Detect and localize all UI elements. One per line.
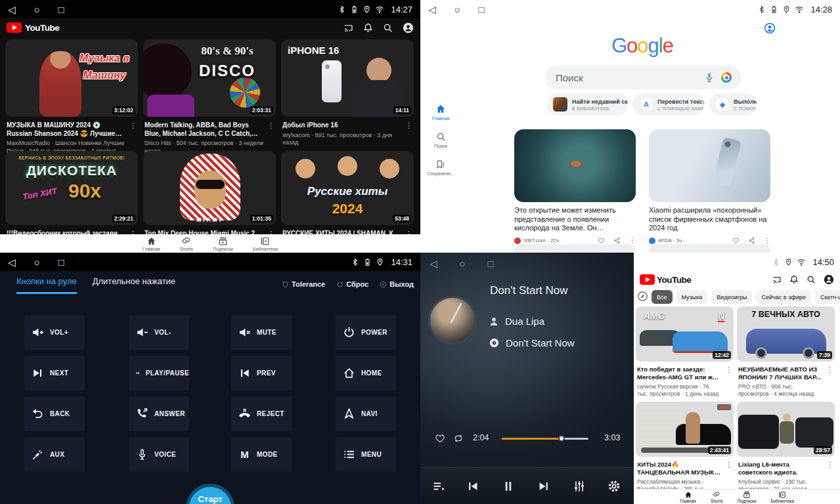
news-image[interactable] <box>514 129 636 202</box>
video-card[interactable]: Русские хиты 2024 53:48 РУССКИЕ ХИТЫ 202… <box>281 151 414 238</box>
nav-tab-home[interactable]: Главная <box>680 491 696 503</box>
tab-wheel-keys[interactable]: Кнопки на руле <box>16 276 77 294</box>
chip-live[interactable]: Сейчас в эфире <box>756 290 811 304</box>
next-icon[interactable] <box>537 480 550 493</box>
video-card[interactable]: 28:57 Lixiang L6-мечта советского идиота… <box>737 402 835 493</box>
video-thumbnail[interactable]: MIAMI 1:01:35 <box>143 151 276 225</box>
video-card[interactable]: ВЕРНИСЬ В ЭПОХУ БЕЗЗАБОТНЫХ РИТМОВ! ДИСК… <box>5 151 138 238</box>
android-back-button[interactable]: ◁ <box>430 258 437 270</box>
android-home-button[interactable]: ○ <box>460 258 466 270</box>
key-button-mute[interactable]: MUTE <box>231 315 292 350</box>
video-thumbnail[interactable]: iPHONE 16 14:11 <box>281 39 414 117</box>
nav-tab-shorts[interactable]: Shorts <box>711 491 723 503</box>
video-title[interactable]: ХИТЫ 2024🔥 ТАНЦЕВАЛЬНАЯ МУЗЫКА🔥 СБОРНИК … <box>637 461 721 476</box>
key-button-answer[interactable]: ANSWER <box>129 396 189 431</box>
android-back-button[interactable]: ◁ <box>8 5 16 14</box>
exit-button[interactable]: Выход <box>380 280 414 288</box>
key-button-aux[interactable]: AUX <box>24 437 85 472</box>
video-thumbnail[interactable]: AMG N 12:42 <box>636 306 734 362</box>
chip-all[interactable]: Все <box>652 290 673 304</box>
more-icon[interactable]: ⋮ <box>405 121 412 147</box>
android-back-button[interactable]: ◁ <box>8 257 16 267</box>
nav-tab-home[interactable]: Главная <box>143 236 160 251</box>
start-button[interactable]: Старт <box>186 484 234 504</box>
rail-item-search[interactable]: Поиск <box>434 132 447 148</box>
nav-tab-library[interactable]: Библиотека <box>771 491 794 503</box>
video-card[interactable]: 80's & 90's DISCO 2:03:31 Modern Talking… <box>143 39 276 155</box>
key-button-menu[interactable]: MENU <box>336 437 396 472</box>
key-button-voice[interactable]: VOICE <box>129 437 189 472</box>
video-thumbnail[interactable]: Русские хиты 2024 53:48 <box>281 151 414 225</box>
share-icon[interactable] <box>748 237 755 244</box>
notifications-icon[interactable] <box>789 275 799 284</box>
video-title[interactable]: Кто победит в заезде: Mercedes-AMG GT ил… <box>637 366 721 381</box>
search-icon[interactable] <box>383 23 393 33</box>
key-button-volup[interactable]: VOL+ <box>24 315 85 350</box>
youtube-logo-text[interactable]: YouTube <box>25 23 59 33</box>
key-button-power[interactable]: POWER <box>336 315 396 350</box>
voice-search-icon[interactable] <box>704 72 715 83</box>
tab-long-press[interactable]: Длительное нажатие <box>93 276 175 292</box>
cast-icon[interactable] <box>772 275 782 284</box>
news-title[interactable]: Это открытие может изменить представлени… <box>514 206 636 233</box>
repeat-icon[interactable] <box>453 433 464 444</box>
youtube-logo-icon[interactable] <box>640 274 655 285</box>
nav-tab-shorts[interactable]: Shorts <box>180 236 193 251</box>
news-card[interactable]: Это открытие может изменить представлени… <box>514 129 636 245</box>
chip-assistant[interactable]: ◆ ВыполниС ПОМОЩ <box>709 93 757 116</box>
key-button-next[interactable]: NEXT <box>24 356 85 390</box>
video-title[interactable]: Lixiang L6-мечта советского идиота. <box>738 461 822 476</box>
nav-tab-subscriptions[interactable]: Подписки <box>213 236 233 251</box>
video-title[interactable]: НЕУБИВАЕМЫЕ АВТО ИЗ ЯПОНИИ! 7 ЛУЧШИХ ВАР… <box>738 366 822 381</box>
android-home-button[interactable]: ○ <box>34 257 40 267</box>
video-card[interactable]: Музыка вМашину 3:12:02 МУЗЫКА В МАШИНУ 2… <box>5 39 138 155</box>
chip-translate[interactable]: A Перевести текстС ПОМОЩЬЮ КАМЕРЫ <box>633 93 704 116</box>
video-title[interactable]: МУЗЫКА В МАШИНУ 2024 💿 Russian Shanson 2… <box>7 121 125 138</box>
key-button-mode[interactable]: MMODE <box>231 437 292 472</box>
key-button-back[interactable]: BACK <box>24 396 85 431</box>
video-thumbnail[interactable]: Музыка вМашину 3:12:02 <box>5 39 138 117</box>
key-button-prev[interactable]: PREV <box>231 356 292 390</box>
search-input[interactable] <box>554 72 697 84</box>
video-card[interactable]: 7 ВЕЧНЫХ АВТО 7:39 НЕУБИВАЕМЫЕ АВТО ИЗ Я… <box>737 306 835 398</box>
video-card[interactable]: MIAMI 1:01:35 Top Mix Deep House Miami M… <box>143 151 276 238</box>
more-icon[interactable]: ⋮ <box>764 237 770 245</box>
nav-tab-subscriptions[interactable]: Подписки <box>738 491 757 503</box>
news-card[interactable]: Xiaomi расширила «похоронный» список фир… <box>649 129 770 245</box>
video-title[interactable]: Modern Talking, ABBA, Bad Boys Blue, Mic… <box>144 121 263 138</box>
video-thumbnail[interactable]: 80's & 90's DISCO 2:03:31 <box>143 39 276 117</box>
settings-gear-icon[interactable] <box>608 480 621 493</box>
video-thumbnail[interactable]: 28:57 <box>737 402 835 457</box>
key-button-reject[interactable]: REJECT <box>231 396 292 431</box>
previous-icon[interactable] <box>466 480 479 493</box>
chip-find-screenshot[interactable]: Найти недавний скриншотВ БИБЛИОТЕКЕ <box>546 93 628 116</box>
android-home-button[interactable]: ○ <box>34 5 40 14</box>
video-card[interactable]: REC 2:43:41 ХИТЫ 2024🔥 ТАНЦЕВАЛЬНАЯ МУЗЫ… <box>636 402 734 493</box>
search-icon[interactable] <box>807 275 816 284</box>
android-back-button[interactable]: ◁ <box>428 5 436 14</box>
more-icon[interactable]: ⋮ <box>629 237 636 245</box>
share-icon[interactable] <box>613 237 621 244</box>
more-icon[interactable]: ⋮ <box>826 461 833 493</box>
key-button-playpause[interactable]: PLAY/PAUSE <box>129 356 189 390</box>
more-icon[interactable]: ⋮ <box>725 366 732 398</box>
more-icon[interactable]: ⋮ <box>129 121 137 155</box>
chip-music[interactable]: Музыка <box>676 290 708 304</box>
queue-icon[interactable] <box>432 480 445 493</box>
news-image[interactable] <box>649 129 770 202</box>
more-icon[interactable]: ⋮ <box>267 121 275 155</box>
tolerance-button[interactable]: Tolerance <box>282 280 325 288</box>
google-lens-icon[interactable] <box>721 72 732 83</box>
like-icon[interactable] <box>732 237 740 244</box>
rail-item-saved[interactable]: Сохраненн... <box>427 159 454 176</box>
android-recents-button[interactable]: □ <box>58 257 64 267</box>
reset-button[interactable]: Сброс <box>336 280 368 288</box>
seek-bar[interactable] <box>502 438 588 440</box>
like-icon[interactable] <box>598 237 605 244</box>
android-home-button[interactable]: ○ <box>454 5 460 14</box>
avatar[interactable] <box>403 22 414 33</box>
news-title[interactable]: Xiaomi расширила «похоронный» список фир… <box>649 206 770 233</box>
android-recents-button[interactable]: □ <box>488 258 494 270</box>
video-title[interactable]: Добыл iPhone 16 <box>282 121 401 130</box>
search-bar[interactable] <box>545 66 741 89</box>
